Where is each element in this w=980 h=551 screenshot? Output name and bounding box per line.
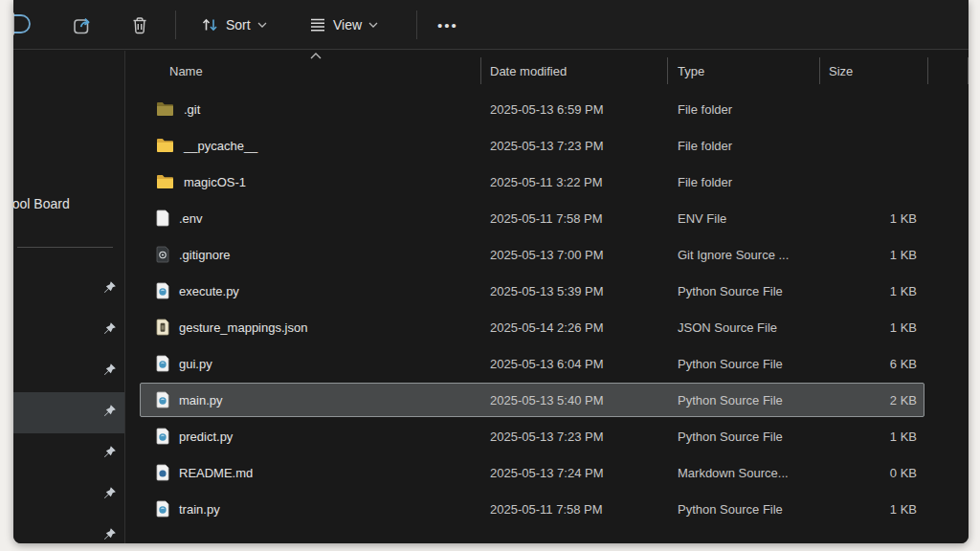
- screenshot-stage: Sort View ••• chool Board: [0, 0, 980, 551]
- more-button[interactable]: •••: [432, 10, 464, 40]
- file-type: ENV File: [668, 200, 820, 236]
- file-size: 1 KB: [820, 273, 928, 309]
- file-row[interactable]: README.md2025-05-13 7:24 PMMarkdown Sour…: [125, 454, 969, 491]
- column-header-size[interactable]: Size: [820, 51, 928, 91]
- git-file-icon: [156, 246, 169, 263]
- file-date-modified: 2025-05-13 7:24 PM: [481, 454, 668, 491]
- file-name: .git: [184, 102, 200, 117]
- file-explorer-window: Sort View ••• chool Board: [13, 0, 969, 543]
- sidebar-pinned-item[interactable]: [13, 351, 125, 392]
- json-file-icon: [156, 319, 169, 336]
- file-type: Python Source File: [668, 273, 820, 309]
- column-header-date-modified[interactable]: Date modified: [481, 51, 668, 91]
- column-header-filler: [928, 51, 969, 91]
- pin-icon: [102, 527, 117, 543]
- sidebar-pinned-item[interactable]: [13, 474, 125, 516]
- file-type: Python Source File: [668, 382, 820, 418]
- view-button[interactable]: View: [303, 10, 384, 40]
- file-date-modified: 2025-05-13 7:00 PM: [481, 236, 668, 273]
- file-row[interactable]: main.py2025-05-13 5:40 PMPython Source F…: [125, 382, 969, 418]
- file-type: JSON Source File: [668, 309, 820, 345]
- pin-icon: [102, 445, 117, 463]
- file-row[interactable]: .env2025-05-11 7:58 PMENV File1 KB: [125, 200, 969, 236]
- file-size: 1 KB: [820, 236, 928, 273]
- file-name: magicOS-1: [184, 175, 246, 189]
- file-row[interactable]: train.py2025-05-11 7:58 PMPython Source …: [125, 491, 969, 527]
- file-date-modified: 2025-05-11 3:22 PM: [481, 164, 668, 200]
- file-date-modified: 2025-05-13 6:59 PM: [481, 91, 668, 127]
- sidebar-item-school-board[interactable]: chool Board: [13, 196, 125, 211]
- file-row[interactable]: predict.py2025-05-13 7:23 PMPython Sourc…: [125, 418, 969, 454]
- chevron-down-icon: [368, 22, 378, 28]
- sort-label: Sort: [226, 17, 251, 33]
- python-file-icon: [156, 428, 169, 445]
- delete-button[interactable]: [124, 10, 155, 40]
- file-name-cell: .gitignore: [125, 236, 481, 273]
- column-header-label: Date modified: [490, 64, 567, 78]
- file-size: 0 KB: [820, 454, 928, 491]
- file-name: main.py: [179, 393, 223, 408]
- column-header-name[interactable]: Name: [125, 51, 481, 91]
- file-name: train.py: [179, 502, 220, 517]
- sidebar-pinned-item[interactable]: [13, 269, 125, 310]
- chevron-down-icon: [257, 22, 267, 28]
- file-row[interactable]: .gitignore2025-05-13 7:00 PMGit Ignore S…: [125, 236, 969, 273]
- navigation-sidebar: chool Board: [13, 51, 125, 543]
- python-file-icon: [156, 355, 169, 372]
- delete-icon: [130, 15, 149, 35]
- file-row[interactable]: gui.py2025-05-13 6:04 PMPython Source Fi…: [125, 345, 969, 382]
- file-size: 1 KB: [820, 200, 928, 236]
- file-size: [820, 164, 928, 200]
- file-name-cell: .env: [125, 200, 481, 236]
- share-icon: [73, 15, 95, 35]
- file-name: execute.py: [179, 284, 239, 298]
- file-row[interactable]: .git2025-05-13 6:59 PMFile folder: [125, 91, 969, 127]
- file-size: 2 KB: [820, 382, 928, 418]
- env-file-icon: [156, 209, 169, 227]
- file-date-modified: 2025-05-13 6:04 PM: [481, 345, 668, 382]
- file-row[interactable]: __pycache__2025-05-13 7:23 PMFile folder: [125, 127, 969, 164]
- sidebar-pinned-item[interactable]: [13, 433, 125, 474]
- folder-icon: [156, 138, 174, 153]
- rename-partial-icon[interactable]: [13, 11, 31, 41]
- file-name-cell: __pycache__: [125, 127, 481, 164]
- file-name-cell: gui.py: [125, 345, 481, 382]
- view-list-icon: [309, 17, 326, 33]
- sidebar-pinned-item[interactable]: [13, 516, 125, 543]
- sidebar-divider: [17, 247, 113, 248]
- sort-ascending-icon: [310, 53, 322, 59]
- file-name: predict.py: [179, 430, 233, 444]
- file-date-modified: 2025-05-14 2:26 PM: [481, 309, 668, 345]
- file-name-cell: .git: [125, 91, 481, 127]
- folder-icon: [156, 174, 174, 189]
- view-label: View: [333, 17, 362, 33]
- pin-icon: [102, 404, 117, 422]
- toolbar-divider: [416, 11, 417, 39]
- sidebar-pinned-item[interactable]: [13, 392, 125, 433]
- file-type: File folder: [668, 91, 820, 127]
- python-file-icon: [156, 391, 169, 408]
- file-row[interactable]: magicOS-12025-05-11 3:22 PMFile folder: [125, 164, 969, 200]
- python-file-icon: [156, 282, 169, 299]
- column-header-type[interactable]: Type: [668, 51, 820, 91]
- sort-button[interactable]: Sort: [195, 10, 273, 40]
- python-file-icon: [156, 500, 169, 518]
- file-name: .gitignore: [179, 248, 230, 262]
- more-icon: •••: [437, 17, 458, 33]
- file-name-cell: README.md: [125, 454, 481, 491]
- file-type: Markdown Source...: [668, 454, 820, 491]
- file-row[interactable]: gesture_mappings.json2025-05-14 2:26 PMJ…: [125, 309, 969, 345]
- file-name-cell: magicOS-1: [125, 164, 481, 200]
- file-row[interactable]: execute.py2025-05-13 5:39 PMPython Sourc…: [125, 273, 969, 309]
- sidebar-pinned-item[interactable]: [13, 310, 125, 351]
- pin-icon: [102, 486, 117, 504]
- file-name: .env: [179, 211, 203, 226]
- column-header-label: Size: [829, 64, 853, 78]
- pin-icon: [102, 280, 117, 298]
- share-button[interactable]: [67, 10, 100, 40]
- toolbar-divider: [175, 11, 176, 39]
- markdown-file-icon: [156, 464, 169, 481]
- column-header-row: NameDate modifiedTypeSize: [125, 51, 969, 91]
- file-size: [820, 127, 928, 164]
- file-size: 1 KB: [820, 418, 928, 454]
